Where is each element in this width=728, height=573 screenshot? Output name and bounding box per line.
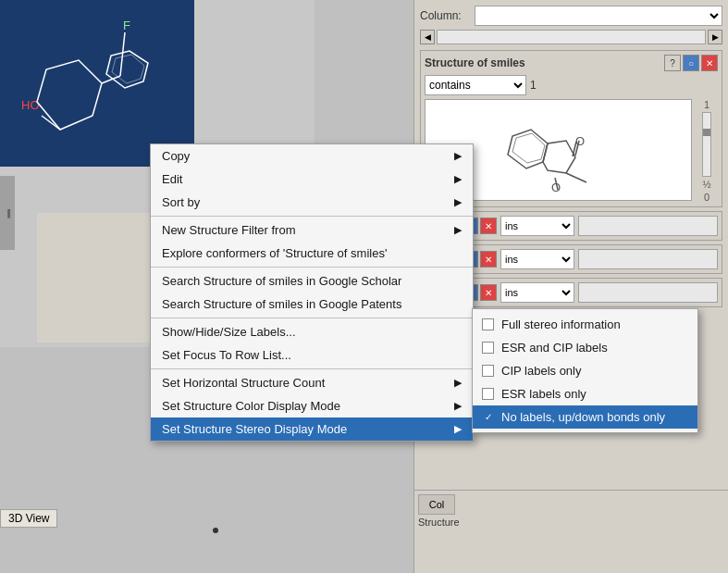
svg-text:F: F — [123, 19, 130, 32]
arrow-icon-copy: ▶ — [454, 150, 462, 162]
slider-thumb — [703, 129, 710, 136]
menu-item-edit[interactable]: Edit ▶ — [151, 168, 473, 191]
menu-item-search-scholar[interactable]: Search Structure of smiles in Google Sch… — [151, 269, 473, 293]
filter2-input[interactable] — [578, 216, 718, 236]
resize-handle[interactable]: ▐ — [0, 176, 15, 250]
svg-marker-4 — [112, 55, 144, 83]
scroll-right-btn[interactable]: ▶ — [708, 30, 722, 44]
filter-icons-1: ? ○ ✕ — [664, 55, 718, 71]
col-header-cell: Col — [418, 494, 455, 515]
close-btn-1[interactable]: ✕ — [701, 55, 718, 71]
close-btn-4[interactable]: ✕ — [480, 284, 497, 301]
arrow-icon-edit: ▶ — [454, 173, 462, 185]
menu-item-set-focus[interactable]: Set Focus To Row List... — [151, 343, 473, 367]
menu-item-stereo-mode[interactable]: Set Structure Stereo Display Mode ▶ — [151, 417, 473, 441]
molecule-panel: F HO — [0, 0, 194, 167]
menu-separator-1 — [151, 216, 473, 217]
filter2-dropdown[interactable]: ins — [500, 216, 574, 236]
submenu-esr-cip[interactable]: ESR and CIP labels — [473, 336, 697, 359]
column-label: Column: — [420, 9, 471, 22]
arrow-icon-filter: ▶ — [454, 224, 462, 236]
submenu-esr-only[interactable]: ESR labels only — [473, 382, 697, 405]
menu-item-horizontal-count[interactable]: Set Horizontal Structure Count ▶ — [151, 371, 473, 394]
help-icon-btn-1[interactable]: ? — [664, 55, 681, 71]
close-btn-2[interactable]: ✕ — [480, 218, 497, 234]
scroll-track[interactable] — [437, 30, 706, 44]
contains-dropdown[interactable]: contains — [425, 75, 526, 95]
top-center-panel — [194, 0, 315, 167]
checkbox-esr-only[interactable] — [482, 388, 494, 400]
menu-item-show-hide[interactable]: Show/Hide/Size Labels... — [151, 320, 473, 343]
menu-separator-2 — [151, 267, 473, 268]
svg-text:O: O — [575, 134, 585, 148]
menu-item-copy[interactable]: Copy ▶ — [151, 144, 473, 168]
filter-value: 1 — [530, 79, 537, 92]
checkbox-full-stereo[interactable] — [482, 318, 494, 330]
menu-item-color-mode[interactable]: Set Structure Color Display Mode ▶ — [151, 394, 473, 417]
arrow-icon-color: ▶ — [454, 400, 462, 412]
svg-line-16 — [566, 173, 586, 182]
menu-item-new-filter[interactable]: New Structure Filter from ▶ — [151, 218, 473, 242]
close-btn-3[interactable]: ✕ — [480, 251, 497, 268]
scroll-left-btn[interactable]: ◀ — [420, 30, 435, 44]
menu-item-search-patents[interactable]: Search Structure of smiles in Google Pat… — [151, 293, 473, 316]
slider-top-label: 1 — [704, 99, 709, 110]
submenu-full-stereo[interactable]: Full stereo information — [473, 313, 697, 336]
checkbox-esr-cip[interactable] — [482, 342, 494, 354]
svg-line-6 — [120, 32, 125, 76]
filter4-input[interactable] — [578, 282, 718, 303]
menu-item-explore[interactable]: Explore conformers of 'Structure of smil… — [151, 242, 473, 265]
filter3-input[interactable] — [578, 249, 718, 269]
menu-item-sort-by[interactable]: Sort by ▶ — [151, 191, 473, 214]
submenu-cip-only[interactable]: CIP labels only — [473, 359, 697, 382]
filter-title-1: Structure of smiles — [425, 56, 525, 69]
filter4-dropdown[interactable]: ins — [500, 282, 574, 303]
menu-separator-3 — [151, 318, 473, 318]
svg-marker-10 — [543, 141, 575, 173]
arrow-icon-stereo: ▶ — [454, 423, 462, 435]
checkbox-no-labels[interactable]: ✓ — [482, 411, 494, 423]
slider-area: 1 ½ 0 — [696, 99, 718, 203]
checkbox-cip-only[interactable] — [482, 365, 494, 377]
column-dropdown[interactable] — [475, 6, 722, 26]
stereo-submenu: Full stereo information ESR and CIP labe… — [472, 308, 698, 433]
slider-bottom-label: 0 — [704, 192, 709, 203]
structure-text-cell: Structure — [418, 517, 724, 528]
right-panel-bottom: Col Structure — [414, 490, 728, 573]
column-row: Column: — [420, 6, 722, 26]
submenu-no-labels[interactable]: ✓ No labels, up/down bonds only — [473, 405, 697, 429]
arrow-icon-horiz: ▶ — [454, 377, 462, 389]
context-menu: Copy ▶ Edit ▶ Sort by ▶ New Structure Fi… — [150, 143, 474, 442]
dot-indicator — [213, 528, 218, 533]
arrow-icon-sort: ▶ — [454, 196, 462, 208]
svg-text:HO: HO — [21, 98, 40, 112]
filter-title-row-1: Structure of smiles ? ○ ✕ — [425, 55, 718, 71]
scroll-row: ◀ ▶ — [420, 30, 722, 44]
filter3-dropdown[interactable]: ins — [500, 249, 574, 269]
menu-separator-4 — [151, 368, 473, 369]
contains-row: contains 1 — [425, 75, 718, 95]
toggle-btn-1[interactable]: ○ — [683, 55, 699, 71]
tab-3d[interactable]: 3D View — [0, 509, 57, 528]
slider-track[interactable] — [702, 112, 711, 177]
slider-half-label: ½ — [702, 179, 710, 190]
